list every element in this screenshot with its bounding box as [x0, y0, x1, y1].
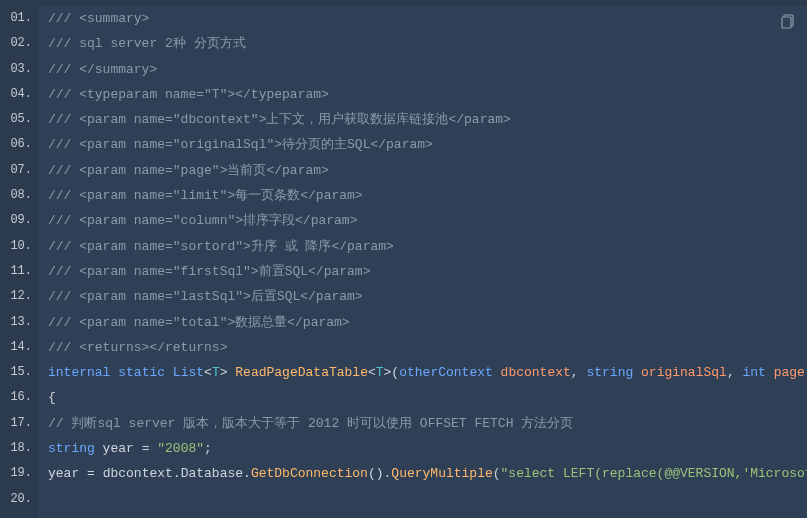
code-token: = [87, 466, 103, 481]
code-token: ReadPageDataTable [235, 365, 368, 380]
code-token: static [118, 365, 165, 380]
line-number: 18 [0, 436, 38, 461]
code-line: /// <param name="limit">每一页条数</param> [48, 183, 807, 208]
code-token: string [48, 441, 95, 456]
code-line: /// <summary> [48, 6, 807, 31]
code-line: /// <param name="firstSql">前置SQL</param> [48, 259, 807, 284]
line-number: 11 [0, 259, 38, 284]
code-token: /// <param name="firstSql">前置SQL</param> [48, 264, 370, 279]
code-token: /// <param name="page">当前页</param> [48, 163, 329, 178]
code-token [165, 365, 173, 380]
code-line: /// <param name="lastSql">后置SQL</param> [48, 284, 807, 309]
line-number: 19 [0, 461, 38, 486]
line-number: 12 [0, 284, 38, 309]
line-number: 08 [0, 183, 38, 208]
code-token: GetDbConnection [251, 466, 368, 481]
code-line: /// <typeparam name="T"></typeparam> [48, 82, 807, 107]
code-line: { [48, 385, 807, 410]
code-token: /// <param name="dbcontext">上下文，用户获取数据库链… [48, 112, 511, 127]
code-token: /// <param name="total">数据总量</param> [48, 315, 350, 330]
code-token: // 判断sql server 版本，版本大于等于 2012 时可以使用 OFF… [48, 416, 573, 431]
code-token: /// </summary> [48, 62, 157, 77]
code-token: /// <param name="sortord">升序 或 降序</param… [48, 239, 394, 254]
code-token: . [243, 466, 251, 481]
code-line: /// </summary> [48, 57, 807, 82]
code-token [766, 365, 774, 380]
code-token: T [376, 365, 384, 380]
code-token: < [368, 365, 376, 380]
code-token: ( [493, 466, 501, 481]
code-area[interactable]: /// <summary>/// sql server 2种 分页方式/// <… [38, 6, 807, 518]
code-line: /// <param name="originalSql">待分页的主SQL</… [48, 132, 807, 157]
svg-rect-1 [782, 17, 791, 28]
code-token: originalSql [641, 365, 727, 380]
code-line: string year = "2008"; [48, 436, 807, 461]
code-token: page [774, 365, 805, 380]
code-token: , [727, 365, 743, 380]
code-token: , [571, 365, 587, 380]
code-token: = [142, 441, 158, 456]
line-number: 14 [0, 335, 38, 360]
code-line: /// <param name="total">数据总量</param> [48, 310, 807, 335]
code-token: { [48, 390, 56, 405]
line-number: 16 [0, 385, 38, 410]
code-token: dbcontext [501, 365, 571, 380]
code-token: T [212, 365, 220, 380]
code-token: /// <param name="column">排序字段</param> [48, 213, 357, 228]
code-token: < [204, 365, 212, 380]
line-number: 10 [0, 234, 38, 259]
line-number: 04 [0, 82, 38, 107]
code-token: year [95, 441, 142, 456]
code-token: dbcontext [103, 466, 173, 481]
code-token: /// <returns></returns> [48, 340, 227, 355]
line-number: 13 [0, 310, 38, 335]
code-token: string [586, 365, 633, 380]
line-number: 09 [0, 208, 38, 233]
code-line: /// <param name="dbcontext">上下文，用户获取数据库链… [48, 107, 807, 132]
code-token: . [173, 466, 181, 481]
code-token [633, 365, 641, 380]
code-line: /// sql server 2种 分页方式 [48, 31, 807, 56]
code-lines: /// <summary>/// sql server 2种 分页方式/// <… [38, 6, 807, 512]
code-token: /// <param name="limit">每一页条数</param> [48, 188, 363, 203]
line-number: 06 [0, 132, 38, 157]
code-line: year = dbcontext.Database.GetDbConnectio… [48, 461, 807, 486]
code-token: "2008" [157, 441, 204, 456]
code-token: internal [48, 365, 110, 380]
code-token: otherContext [399, 365, 493, 380]
code-token: /// <param name="originalSql">待分页的主SQL</… [48, 137, 433, 152]
code-line: /// <param name="page">当前页</param> [48, 158, 807, 183]
code-line: /// <returns></returns> [48, 335, 807, 360]
code-token: /// <summary> [48, 11, 149, 26]
copy-icon[interactable] [781, 14, 797, 30]
code-token: ; [204, 441, 212, 456]
code-line: internal static List<T> ReadPageDataTabl… [48, 360, 807, 385]
line-number: 15 [0, 360, 38, 385]
line-number: 07 [0, 158, 38, 183]
code-editor: 0102030405060708091011121314151617181920… [0, 0, 807, 518]
code-token: year [48, 466, 87, 481]
code-line [48, 487, 807, 512]
line-number: 01 [0, 6, 38, 31]
code-token: >( [384, 365, 400, 380]
code-token [493, 365, 501, 380]
line-number: 17 [0, 411, 38, 436]
code-token: QueryMultiple [391, 466, 492, 481]
code-token: > [220, 365, 236, 380]
line-number: 20 [0, 487, 38, 512]
code-token: (). [368, 466, 391, 481]
code-token: /// sql server 2种 分页方式 [48, 36, 246, 51]
code-line: /// <param name="column">排序字段</param> [48, 208, 807, 233]
line-number: 05 [0, 107, 38, 132]
code-token: "select LEFT(replace(@@VERSION,'Microsof… [501, 466, 807, 481]
line-number: 02 [0, 31, 38, 56]
line-number-gutter: 0102030405060708091011121314151617181920 [0, 6, 38, 518]
line-number: 03 [0, 57, 38, 82]
code-token: Database [181, 466, 243, 481]
code-token: /// <param name="lastSql">后置SQL</param> [48, 289, 363, 304]
code-token: List [173, 365, 204, 380]
code-line: // 判断sql server 版本，版本大于等于 2012 时可以使用 OFF… [48, 411, 807, 436]
code-token: /// <typeparam name="T"></typeparam> [48, 87, 329, 102]
code-token: int [743, 365, 766, 380]
code-line: /// <param name="sortord">升序 或 降序</param… [48, 234, 807, 259]
